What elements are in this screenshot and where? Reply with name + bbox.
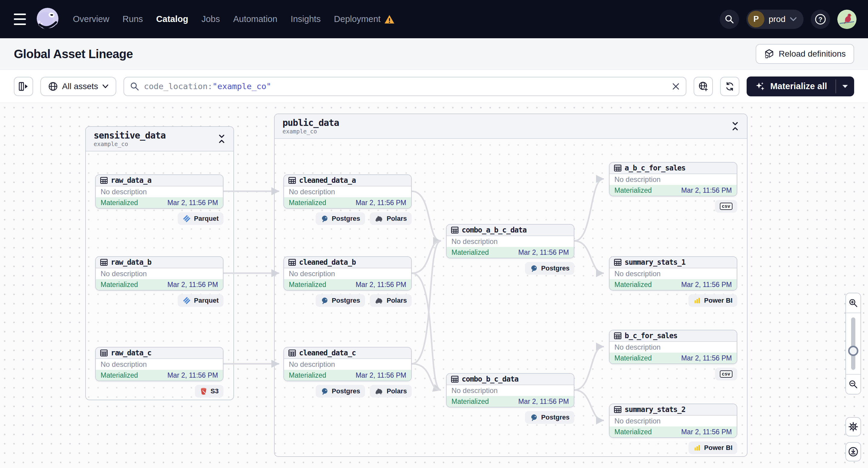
materialize-all-label: Materialize all xyxy=(770,81,827,91)
collapse-group-icon[interactable] xyxy=(731,122,739,131)
save-view-button[interactable] xyxy=(693,77,713,96)
table-icon xyxy=(451,226,459,234)
asset-node-raw-data-c[interactable]: raw_data_c No description Materialized M… xyxy=(95,347,223,398)
parquet-icon xyxy=(183,297,191,305)
materialize-all-button[interactable]: Materialize all xyxy=(747,76,835,96)
kind-badge-csv[interactable]: csv xyxy=(715,200,737,213)
question-icon: ? xyxy=(814,13,827,25)
download-graph-button[interactable] xyxy=(845,442,861,461)
asset-status-row: Materialized Mar 2, 11:56 PM xyxy=(284,279,411,290)
kind-badge-postgres[interactable]: Postgres xyxy=(525,411,575,424)
asset-status-row: Materialized Mar 2, 11:56 PM xyxy=(284,197,411,208)
zoom-slider-handle[interactable] xyxy=(848,346,858,356)
kind-badge-parquet[interactable]: Parquet xyxy=(178,294,223,307)
asset-node-summary-stats-2[interactable]: summary_stats_2 No description Materiali… xyxy=(609,404,737,454)
environment-switcher[interactable]: P prod xyxy=(746,10,804,29)
status-timestamp: Mar 2, 11:56 PM xyxy=(356,199,406,207)
zoom-slider-track[interactable] xyxy=(851,317,855,370)
kind-badge-s3[interactable]: S3 xyxy=(195,385,223,398)
svg-text:?: ? xyxy=(818,15,822,23)
zoom-slider[interactable] xyxy=(846,313,861,374)
asset-node-header: a_b_c_for_sales xyxy=(610,163,737,174)
group-header-sensitive-data[interactable]: sensitive_data example_co xyxy=(86,127,234,152)
asset-node-combo-a-b-c-data[interactable]: combo_a_b_c_data No description Material… xyxy=(446,224,575,275)
status-label: Materialized xyxy=(614,186,652,194)
page-header: Global Asset Lineage Reload definitions xyxy=(0,38,868,70)
asset-node-summary-stats-1[interactable]: summary_stats_1 No description Materiali… xyxy=(609,256,737,307)
kind-badge-parquet[interactable]: Parquet xyxy=(178,212,223,225)
asset-name: raw_data_a xyxy=(111,176,152,185)
status-label: Materialized xyxy=(452,398,489,406)
materialize-all-split-button: Materialize all xyxy=(747,76,854,96)
kind-badge-postgres[interactable]: Postgres xyxy=(316,294,365,307)
graph-settings-button[interactable] xyxy=(845,417,861,436)
materialize-options-button[interactable] xyxy=(836,76,854,96)
kind-badge-powerbi[interactable]: Power BI xyxy=(688,441,737,454)
help-button[interactable]: ? xyxy=(811,10,830,29)
top-nav-bar: Overview Runs Catalog Jobs Automation In… xyxy=(0,0,868,38)
asset-search-input[interactable]: code_location: "example_co" xyxy=(123,77,687,96)
table-icon xyxy=(451,375,459,383)
search-icon xyxy=(130,82,139,91)
refresh-button[interactable] xyxy=(720,77,739,96)
asset-node-header: summary_stats_2 xyxy=(610,404,737,415)
status-timestamp: Mar 2, 11:56 PM xyxy=(167,281,218,289)
clear-search-icon[interactable] xyxy=(672,83,680,90)
zoom-in-button[interactable] xyxy=(846,293,861,313)
asset-description: No description xyxy=(447,385,574,396)
group-header-public-data[interactable]: public_data example_co xyxy=(275,114,747,139)
nav-item-deployment[interactable]: Deployment xyxy=(334,14,395,24)
asset-node-raw-data-a[interactable]: raw_data_a No description Materialized M… xyxy=(95,175,223,225)
kind-badge-polars[interactable]: Polars xyxy=(370,385,412,398)
search-button[interactable] xyxy=(720,10,739,29)
kind-badge-csv[interactable]: csv xyxy=(715,368,737,380)
asset-node-raw-data-b[interactable]: raw_data_b No description Materialized M… xyxy=(95,256,223,307)
chevron-down-icon xyxy=(102,84,108,89)
collapse-group-icon[interactable] xyxy=(218,134,225,143)
asset-node-cleaned-data-c[interactable]: cleaned_data_c No description Materializ… xyxy=(283,347,412,398)
kind-badge-postgres[interactable]: Postgres xyxy=(525,262,575,275)
kind-badge-polars[interactable]: Polars xyxy=(370,212,412,225)
asset-status-row: Materialized Mar 2, 11:56 PM xyxy=(610,353,737,364)
kind-badge-label: Parquet xyxy=(194,297,219,305)
kind-badge-postgres[interactable]: Postgres xyxy=(316,212,365,225)
zoom-out-button[interactable] xyxy=(846,374,861,394)
lineage-canvas[interactable]: sensitive_data example_co public_data ex… xyxy=(0,103,868,468)
asset-name: cleaned_data_c xyxy=(299,349,356,357)
kind-badge-postgres[interactable]: Postgres xyxy=(316,385,365,398)
asset-node-b-c-for-sales[interactable]: b_c_for_sales No description Materialize… xyxy=(609,330,737,380)
asset-node-cleaned-data-b[interactable]: cleaned_data_b No description Materializ… xyxy=(283,256,412,307)
nav-item-catalog[interactable]: Catalog xyxy=(156,14,188,24)
kind-badge-label: Polars xyxy=(387,215,407,223)
status-timestamp: Mar 2, 11:56 PM xyxy=(681,354,732,362)
menu-icon[interactable] xyxy=(11,12,28,26)
asset-status-row: Materialized Mar 2, 11:56 PM xyxy=(447,396,574,407)
kind-badge-polars[interactable]: Polars xyxy=(370,294,412,307)
open-sidebar-button[interactable] xyxy=(14,77,33,96)
sparkles-icon xyxy=(755,81,765,92)
nav-item-runs[interactable]: Runs xyxy=(123,14,143,24)
nav-item-jobs[interactable]: Jobs xyxy=(202,14,220,24)
search-query-field: code_location: xyxy=(144,82,213,91)
kind-badge-label: Postgres xyxy=(541,413,569,421)
nav-item-automation[interactable]: Automation xyxy=(233,14,277,24)
dagster-logo[interactable] xyxy=(35,7,60,32)
kind-badge-powerbi[interactable]: Power BI xyxy=(688,294,737,307)
asset-node-a-b-c-for-sales[interactable]: a_b_c_for_sales No description Materiali… xyxy=(609,162,737,213)
asset-node-combo-b-c-data[interactable]: combo_b_c_data No description Materializ… xyxy=(446,373,575,424)
reload-definitions-icon xyxy=(764,49,774,59)
asset-name: combo_b_c_data xyxy=(462,375,518,383)
asset-node-cleaned-data-a[interactable]: cleaned_data_a No description Materializ… xyxy=(283,175,412,225)
search-query-text: code_location: "example_co" xyxy=(144,82,668,91)
nav-item-insights[interactable]: Insights xyxy=(291,14,321,24)
nav-right-actions: P prod ? xyxy=(720,10,857,29)
environment-label: prod xyxy=(769,14,785,24)
status-label: Materialized xyxy=(289,371,326,379)
user-avatar[interactable] xyxy=(837,10,857,29)
nav-item-overview[interactable]: Overview xyxy=(73,14,109,24)
group-code-location: example_co xyxy=(94,141,166,147)
status-timestamp: Mar 2, 11:56 PM xyxy=(167,199,218,207)
status-label: Materialized xyxy=(452,248,489,257)
reload-definitions-button[interactable]: Reload definitions xyxy=(756,44,854,64)
asset-scope-dropdown[interactable]: All assets xyxy=(40,77,116,96)
